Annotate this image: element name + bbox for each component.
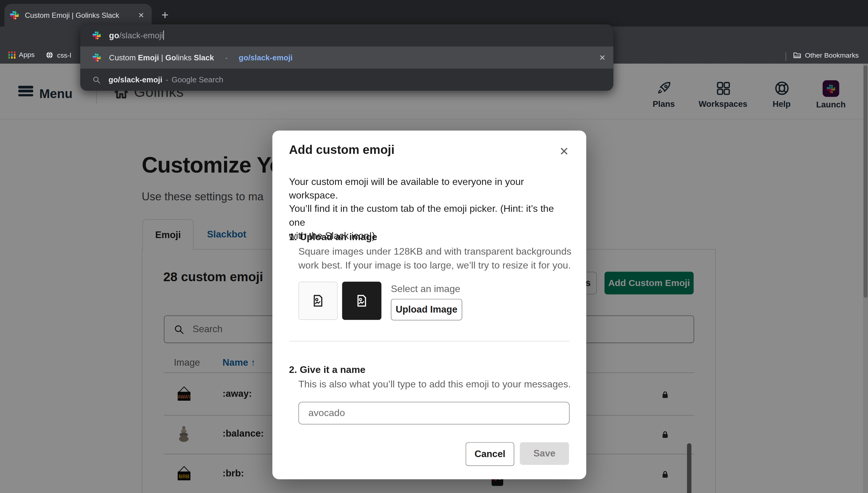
bookmark-label: Apps [19,51,35,59]
suggestion-title: Custom Emoji | Golinks Slack [109,53,214,62]
save-button[interactable]: Save [520,442,569,465]
image-preview-light [298,282,338,320]
suggestion-url: go/slack-emoji [239,53,293,62]
bookmark-css[interactable]: css-l [45,51,71,60]
suggestion-search[interactable]: go/slack-emoji-Google Search [80,68,613,90]
search-engine-label: Google Search [171,75,223,84]
image-file-icon [354,293,369,308]
apps-grid-icon [8,51,16,59]
upload-image-button[interactable]: Upload Image [391,299,462,320]
modal-title: Add custom emoji [289,143,395,157]
slack-favicon [10,10,19,20]
suggestion-primary[interactable]: Custom Emoji | Golinks Slack - go/slack-… [80,46,613,68]
step2-heading: 2. Give it a name [289,364,571,376]
omnibox-edit-row[interactable]: go/slack-emoji [80,24,613,46]
select-image-label: Select an image [391,283,460,295]
step2-section: 2. Give it a name This is also what you’… [289,364,571,391]
step1-heading: 1. Upload an image [289,231,571,243]
tab-title: Custom Emoji | Golinks Slack [25,11,136,20]
modal-close-icon[interactable]: ✕ [557,145,571,158]
omnibox-typed-text: go [109,30,119,40]
bookmark-apps[interactable]: Apps [8,51,35,59]
suggestion-remove-icon[interactable]: ✕ [599,53,606,62]
slack-favicon [92,31,101,40]
modal-divider [289,341,570,342]
browser-window: Custom Emoji | Golinks Slack ✕ + ← → ↻ {… [0,0,868,493]
step1-section: 1. Upload an image Square images under 1… [289,231,571,272]
other-bookmarks-label: Other Bookmarks [805,51,859,60]
cancel-button[interactable]: Cancel [466,442,514,466]
emoji-name-input[interactable] [298,402,570,425]
search-query: go/slack-emoji [109,75,162,84]
search-icon [92,76,101,84]
new-tab-button[interactable]: + [157,8,173,23]
other-bookmarks[interactable]: Other Bookmarks [793,51,859,60]
bookmark-label: css-l [57,51,71,59]
tab-strip: Custom Emoji | Golinks Slack ✕ + [0,0,868,26]
tab-close-icon[interactable]: ✕ [136,10,146,20]
step2-description: This is also what you’ll type to add thi… [298,378,571,391]
add-custom-emoji-modal: Add custom emoji ✕ Your custom emoji wil… [272,131,586,479]
omnibox-dropdown: go/slack-emoji Custom Emoji | Golinks Sl… [80,24,613,91]
bookmarks-divider [786,52,786,61]
folder-icon [793,51,802,60]
text-cursor [163,30,164,40]
slack-favicon [92,53,101,62]
globe-icon [45,51,54,60]
step1-description: Square images under 128KB and with trans… [298,245,572,272]
suggestion-separator: - [225,53,228,62]
image-file-icon [311,293,326,308]
image-preview-dark [342,282,381,320]
omnibox-typed-rest: /slack-emoji [119,30,163,40]
browser-tab[interactable]: Custom Emoji | Golinks Slack ✕ [4,4,152,26]
